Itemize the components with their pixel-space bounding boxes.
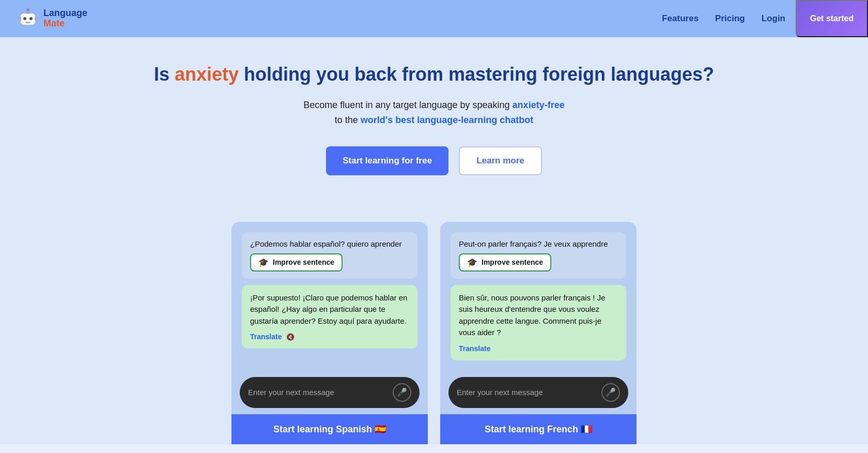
svg-rect-6 (19, 17, 21, 21)
french-chat-messages: Peut-on parler français? Je veux apprend… (440, 222, 637, 371)
svg-point-1 (23, 17, 26, 20)
french-bot-text: Bien sûr, nous pouvons parler français !… (459, 292, 618, 339)
start-learning-button[interactable]: Start learning for free (326, 146, 448, 175)
improve-label: Improve sentence (273, 258, 334, 266)
nav-links: Features Pricing Login (662, 13, 785, 24)
hero-title-prefix: Is (154, 64, 175, 85)
anxiety-free-text: anxiety-free (513, 100, 565, 110)
french-chat-card: Peut-on parler français? Je veux apprend… (440, 222, 637, 444)
french-mic-button[interactable]: 🎤 (601, 383, 620, 402)
improve-label-french: Improve sentence (482, 258, 543, 266)
svg-rect-7 (35, 17, 37, 21)
svg-rect-3 (25, 22, 30, 23)
robot-icon (17, 7, 39, 30)
spanish-user-text: ¿Podemos hablar español? quiero aprender (250, 239, 409, 248)
get-started-button[interactable]: Get started (796, 0, 868, 37)
logo[interactable]: Language Mate (17, 7, 87, 30)
improve-icon-french: 🎓 (467, 258, 477, 267)
spanish-user-message: ¿Podemos hablar español? quiero aprender… (242, 232, 417, 279)
french-user-text: Peut-on parler français? Je veux apprend… (459, 239, 618, 248)
improve-icon: 🎓 (258, 258, 269, 267)
french-bot-message: Bien sûr, nous pouvons parler français !… (451, 285, 626, 360)
french-translate-link[interactable]: Translate (459, 344, 490, 353)
hero-section: Is anxiety holding you back from masteri… (0, 37, 868, 222)
chat-demo-section: ¿Podemos hablar español? quiero aprender… (0, 222, 868, 444)
mic-icon-french: 🎤 (606, 387, 616, 397)
svg-point-5 (27, 9, 29, 11)
svg-point-2 (29, 17, 33, 20)
spanish-input-area: Enter your next message 🎤 (231, 371, 428, 414)
hero-subtitle: Become fluent in any target language by … (10, 98, 858, 128)
audio-icon: 🔇 (286, 333, 295, 341)
learn-more-button[interactable]: Learn more (459, 146, 542, 175)
spanish-improve-button[interactable]: 🎓 Improve sentence (250, 253, 343, 271)
spanish-translate-link[interactable]: Translate (250, 333, 282, 341)
logo-language: Language (43, 8, 87, 19)
chatbot-link-text: world's best language-learning chatbot (361, 115, 533, 125)
french-input-row: Enter your next message 🎤 (448, 377, 628, 408)
french-improve-button[interactable]: 🎓 Improve sentence (459, 253, 551, 271)
spanish-input-row: Enter your next message 🎤 (240, 377, 420, 408)
french-user-message: Peut-on parler français? Je veux apprend… (451, 232, 626, 279)
start-spanish-button[interactable]: Start learning Spanish 🇪🇸 (231, 414, 428, 444)
french-input-placeholder[interactable]: Enter your next message (457, 388, 597, 397)
navbar: Language Mate Features Pricing Login Get… (0, 0, 868, 37)
spanish-bot-message: ¡Por supuesto! ¡Claro que podemos hablar… (242, 285, 417, 349)
nav-login[interactable]: Login (762, 13, 785, 24)
mic-icon: 🎤 (397, 387, 407, 397)
logo-text: Language Mate (43, 8, 87, 29)
spanish-bot-text: ¡Por supuesto! ¡Claro que podemos hablar… (250, 292, 409, 327)
nav-features[interactable]: Features (662, 13, 699, 24)
logo-mate: Mate (43, 19, 87, 29)
spanish-mic-button[interactable]: 🎤 (393, 383, 411, 402)
spanish-chat-messages: ¿Podemos hablar español? quiero aprender… (231, 222, 428, 371)
nav-pricing[interactable]: Pricing (715, 13, 745, 24)
french-input-area: Enter your next message 🎤 (440, 371, 637, 414)
hero-buttons: Start learning for free Learn more (10, 146, 858, 175)
hero-title: Is anxiety holding you back from masteri… (10, 63, 858, 85)
hero-title-suffix: holding you back from mastering foreign … (239, 64, 714, 85)
spanish-chat-card: ¿Podemos hablar español? quiero aprender… (231, 222, 428, 444)
hero-anxiety-word: anxiety (175, 64, 239, 85)
spanish-input-placeholder[interactable]: Enter your next message (248, 388, 389, 397)
start-french-button[interactable]: Start learning French 🇫🇷 (440, 414, 637, 444)
